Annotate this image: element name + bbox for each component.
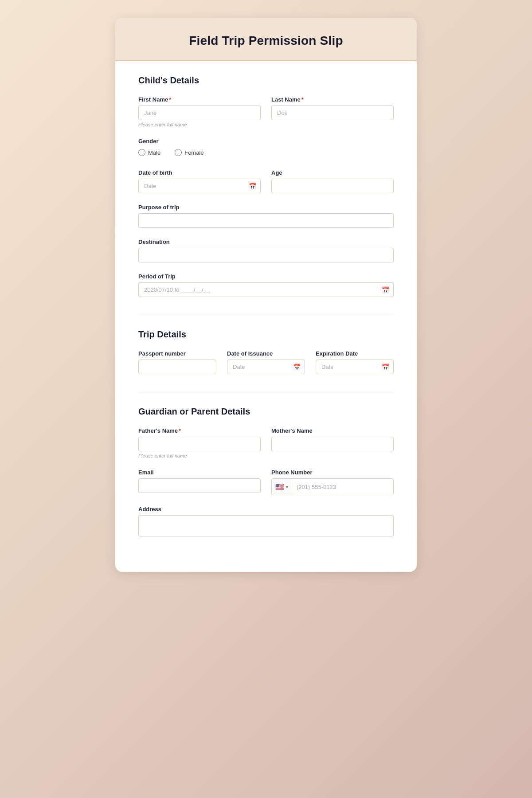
row-passport: Passport number Date of Issuance 📅 Expir…	[138, 350, 394, 374]
hint-first-name: Please enter full name	[138, 122, 261, 127]
label-age: Age	[271, 169, 394, 176]
input-phone[interactable]	[292, 480, 393, 494]
input-period[interactable]	[138, 282, 394, 297]
input-mothers-name[interactable]	[271, 437, 394, 451]
row-period: Period of Trip 📅	[138, 273, 394, 297]
input-destination[interactable]	[138, 248, 394, 262]
label-period: Period of Trip	[138, 273, 394, 280]
input-expiration-date[interactable]	[316, 360, 394, 374]
input-first-name[interactable]	[138, 106, 261, 120]
group-address: Address	[138, 506, 394, 536]
input-last-name[interactable]	[271, 106, 394, 120]
group-period: Period of Trip 📅	[138, 273, 394, 297]
phone-country-selector[interactable]: 🇺🇸 ▾	[272, 479, 292, 495]
required-star-first-name: *	[169, 96, 171, 103]
divider-1	[138, 315, 394, 315]
divider-2	[138, 392, 394, 392]
required-star-last-name: *	[301, 96, 304, 103]
row-dob-age: Date of birth 📅 Age	[138, 169, 394, 193]
section-trip-details-title: Trip Details	[138, 329, 394, 340]
row-address: Address	[138, 506, 394, 536]
dob-wrapper: 📅	[138, 179, 261, 193]
radio-male-text: Male	[148, 149, 160, 156]
radio-label-male[interactable]: Male	[138, 149, 160, 156]
form-body: Child's Details First Name* Please enter…	[115, 61, 417, 572]
label-fathers-name: Father's Name*	[138, 427, 261, 434]
group-fathers-name: Father's Name* Please enter full name	[138, 427, 261, 458]
input-address[interactable]	[138, 515, 394, 536]
radio-male[interactable]	[138, 149, 145, 156]
row-gender: Gender Male Female	[138, 138, 394, 159]
input-passport-number[interactable]	[138, 360, 216, 374]
radio-group-gender: Male Female	[138, 149, 394, 159]
label-first-name: First Name*	[138, 96, 261, 103]
label-dob: Date of birth	[138, 169, 261, 176]
group-last-name: Last Name*	[271, 96, 394, 127]
period-wrapper: 📅	[138, 282, 394, 297]
label-purpose: Purpose of trip	[138, 204, 394, 211]
label-expiration-date: Expiration Date	[316, 350, 394, 357]
expiration-wrapper: 📅	[316, 360, 394, 374]
input-purpose[interactable]	[138, 213, 394, 228]
group-phone: Phone Number 🇺🇸 ▾	[271, 469, 394, 495]
group-passport-number: Passport number	[138, 350, 216, 374]
radio-label-female[interactable]: Female	[175, 149, 203, 156]
section-guardian-details: Guardian or Parent Details Father's Name…	[138, 407, 394, 536]
label-last-name: Last Name*	[271, 96, 394, 103]
input-date-issuance[interactable]	[227, 360, 305, 374]
row-contact: Email Phone Number 🇺🇸 ▾	[138, 469, 394, 495]
form-card: Field Trip Permission Slip Child's Detai…	[115, 18, 417, 572]
row-destination: Destination	[138, 239, 394, 262]
group-purpose: Purpose of trip	[138, 204, 394, 228]
label-destination: Destination	[138, 239, 394, 245]
label-gender: Gender	[138, 138, 394, 145]
group-expiration-date: Expiration Date 📅	[316, 350, 394, 374]
section-child-details-title: Child's Details	[138, 75, 394, 86]
group-gender: Gender Male Female	[138, 138, 394, 159]
group-email: Email	[138, 469, 261, 495]
row-parent-names: Father's Name* Please enter full name Mo…	[138, 427, 394, 458]
input-age[interactable]	[271, 179, 394, 193]
hint-fathers-name: Please enter full name	[138, 453, 261, 458]
form-header: Field Trip Permission Slip	[115, 18, 417, 61]
form-title: Field Trip Permission Slip	[133, 34, 399, 48]
input-fathers-name[interactable]	[138, 437, 261, 451]
flag-emoji: 🇺🇸	[275, 483, 284, 491]
input-email[interactable]	[138, 478, 261, 493]
group-dob: Date of birth 📅	[138, 169, 261, 193]
radio-female[interactable]	[175, 149, 182, 156]
issuance-wrapper: 📅	[227, 360, 305, 374]
label-phone: Phone Number	[271, 469, 394, 476]
section-child-details: Child's Details First Name* Please enter…	[138, 75, 394, 297]
input-dob[interactable]	[138, 179, 261, 193]
section-guardian-details-title: Guardian or Parent Details	[138, 407, 394, 417]
label-passport-number: Passport number	[138, 350, 216, 357]
label-email: Email	[138, 469, 261, 476]
group-destination: Destination	[138, 239, 394, 262]
radio-female-text: Female	[184, 149, 203, 156]
group-first-name: First Name* Please enter full name	[138, 96, 261, 127]
phone-wrapper: 🇺🇸 ▾	[271, 478, 394, 495]
phone-caret-icon: ▾	[286, 485, 288, 489]
label-date-issuance: Date of Issuance	[227, 350, 305, 357]
row-purpose: Purpose of trip	[138, 204, 394, 228]
label-mothers-name: Mother's Name	[271, 427, 394, 434]
row-name: First Name* Please enter full name Last …	[138, 96, 394, 127]
required-star-father: *	[179, 427, 181, 434]
section-trip-details: Trip Details Passport number Date of Iss…	[138, 329, 394, 374]
group-mothers-name: Mother's Name	[271, 427, 394, 458]
label-address: Address	[138, 506, 394, 512]
group-date-issuance: Date of Issuance 📅	[227, 350, 305, 374]
group-age: Age	[271, 169, 394, 193]
